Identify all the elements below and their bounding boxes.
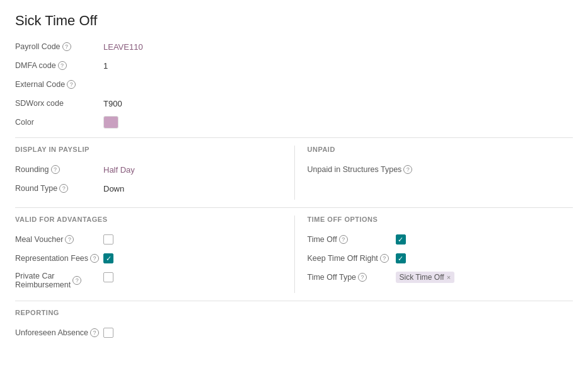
time-off-label: Time Off ? — [308, 235, 396, 244]
private-car-label: Private CarReimbursement ? — [15, 271, 103, 289]
unforeseen-absence-row: Unforeseen Absence ? — [15, 325, 573, 340]
external-code-help-icon[interactable]: ? — [67, 80, 76, 89]
rounding-help-icon[interactable]: ? — [51, 165, 60, 174]
representation-fees-checkbox[interactable] — [103, 253, 113, 263]
time-off-type-row: Time Off Type ? Sick Time Off × — [308, 270, 574, 285]
representation-fees-help-icon[interactable]: ? — [90, 254, 99, 263]
advantages-divider — [15, 207, 573, 208]
dmfa-code-label: DMFA code ? — [15, 61, 103, 70]
advantages-timoff-section: VALID FOR ADVANTAGES Meal Voucher ? Repr… — [15, 216, 573, 293]
time-off-type-help-icon[interactable]: ? — [358, 273, 367, 282]
keep-time-off-right-label: Keep Time Off Right ? — [308, 254, 396, 263]
display-in-payslip-col: DISPLAY IN PAYSLIP Rounding ? Half Day R… — [15, 146, 294, 200]
valid-advantages-header: VALID FOR ADVANTAGES — [15, 216, 282, 226]
meal-voucher-label: Meal Voucher ? — [15, 235, 103, 244]
unpaid-structures-help-icon[interactable]: ? — [403, 165, 412, 174]
round-type-value: Down — [103, 184, 124, 193]
sdworx-code-row: SDWorx code T900 — [15, 96, 573, 111]
unforeseen-absence-help-icon[interactable]: ? — [90, 328, 99, 337]
representation-fees-row: Representation Fees ? — [15, 251, 282, 266]
time-off-checkbox[interactable] — [396, 234, 406, 245]
time-off-type-tag-close[interactable]: × — [447, 273, 451, 281]
round-type-label: Round Type ? — [15, 184, 103, 193]
unpaid-structures-label: Unpaid in Structures Types ? — [308, 165, 413, 174]
keep-time-off-right-help-icon[interactable]: ? — [380, 254, 389, 263]
round-type-help-icon[interactable]: ? — [59, 184, 68, 193]
external-code-row: External Code ? — [15, 77, 573, 92]
time-off-type-label: Time Off Type ? — [308, 273, 396, 282]
reporting-divider — [15, 301, 573, 301]
meal-voucher-row: Meal Voucher ? — [15, 232, 282, 247]
reporting-header: REPORTING — [15, 309, 573, 319]
payslip-unpaid-section: DISPLAY IN PAYSLIP Rounding ? Half Day R… — [15, 146, 573, 200]
keep-time-off-right-row: Keep Time Off Right ? — [308, 251, 574, 266]
display-in-payslip-header: DISPLAY IN PAYSLIP — [15, 146, 282, 156]
dmfa-code-row: DMFA code ? 1 — [15, 58, 573, 73]
dmfa-code-help-icon[interactable]: ? — [58, 61, 67, 70]
payroll-code-row: Payroll Code ? LEAVE110 — [15, 39, 573, 54]
time-off-help-icon[interactable]: ? — [339, 235, 348, 244]
private-car-help-icon[interactable]: ? — [72, 276, 81, 285]
rounding-value: Half Day — [103, 165, 135, 175]
unpaid-col: UNPAID Unpaid in Structures Types ? — [294, 146, 574, 200]
unforeseen-absence-label: Unforeseen Absence ? — [15, 328, 103, 337]
rounding-row: Rounding ? Half Day — [15, 162, 282, 177]
sdworx-code-label: SDWorx code — [15, 99, 103, 108]
color-label: Color — [15, 118, 103, 127]
payroll-code-help-icon[interactable]: ? — [62, 42, 71, 51]
payroll-code-value: LEAVE110 — [103, 42, 143, 52]
meal-voucher-checkbox[interactable] — [103, 234, 113, 245]
representation-fees-label: Representation Fees ? — [15, 254, 103, 263]
external-code-label: External Code ? — [15, 80, 103, 89]
unpaid-structures-row: Unpaid in Structures Types ? — [308, 162, 574, 177]
payroll-code-label: Payroll Code ? — [15, 42, 103, 51]
time-off-type-tag: Sick Time Off × — [396, 272, 455, 283]
main-divider — [15, 137, 573, 138]
sdworx-code-value: T900 — [103, 99, 122, 108]
meal-voucher-help-icon[interactable]: ? — [65, 235, 74, 244]
color-swatch[interactable] — [103, 116, 118, 129]
time-off-row: Time Off ? — [308, 232, 574, 247]
unforeseen-absence-checkbox[interactable] — [103, 328, 113, 338]
page-title: Sick Time Off — [15, 13, 573, 29]
private-car-row: Private CarReimbursement ? — [15, 270, 282, 289]
reporting-section: REPORTING Unforeseen Absence ? — [15, 309, 573, 340]
color-row: Color — [15, 115, 573, 130]
private-car-checkbox[interactable] — [103, 272, 113, 282]
rounding-label: Rounding ? — [15, 165, 103, 174]
keep-time-off-right-checkbox[interactable] — [396, 253, 406, 263]
time-off-options-header: TIME OFF OPTIONS — [308, 216, 574, 226]
dmfa-code-value: 1 — [103, 61, 108, 71]
round-type-row: Round Type ? Down — [15, 181, 282, 196]
unpaid-header: UNPAID — [308, 146, 574, 156]
time-off-options-col: TIME OFF OPTIONS Time Off ? Keep Time Of… — [294, 216, 574, 293]
valid-for-advantages-col: VALID FOR ADVANTAGES Meal Voucher ? Repr… — [15, 216, 294, 293]
